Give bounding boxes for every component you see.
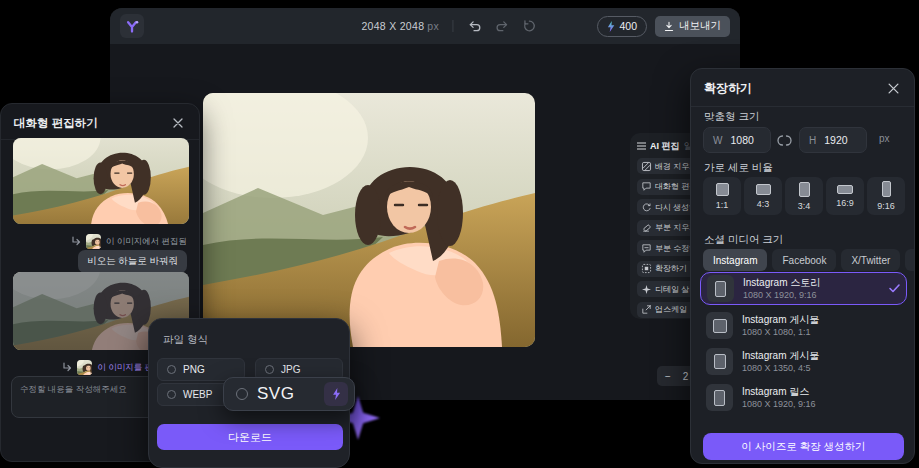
chat-panel-header: 대화형 편집하기 (1, 104, 199, 140)
chat-panel-title: 대화형 편집하기 (14, 116, 98, 131)
zoom-value: 2 (683, 371, 689, 382)
export-button[interactable]: 내보내기 (655, 16, 730, 37)
check-icon (889, 284, 900, 293)
eraser-icon (642, 223, 651, 232)
close-icon[interactable] (170, 115, 186, 131)
edit-bubble-icon (642, 244, 651, 253)
aspect-ratio-group: 1:1 4:3 3:4 16:9 9:16 (703, 177, 905, 215)
preset-instagram-post-1-1[interactable]: Instagram 게시물 1080 X 1080, 1:1 (700, 309, 907, 342)
ai-menu-title: AI 편집 (650, 140, 680, 153)
file-format-title: 파일 형식 (163, 333, 208, 347)
export-label: 내보내기 (679, 19, 721, 33)
preset-shape-tile (706, 384, 733, 411)
preset-shape-tile (706, 348, 733, 375)
svg-bolt-badge (324, 382, 348, 406)
square-shape-icon (713, 319, 727, 333)
expand-icon (642, 264, 651, 273)
preset-shape-tile (707, 275, 734, 302)
refresh-icon (642, 203, 651, 212)
ratio-4-3[interactable]: 4:3 (744, 177, 782, 215)
ratio-9-16[interactable]: 9:16 (867, 177, 905, 215)
canvas-size-group: 2048 X 2048px (361, 8, 538, 44)
credits-count: 400 (619, 20, 637, 32)
bolt-icon (332, 388, 341, 400)
app-root: 2048 X 2048px 400 내보내 (0, 0, 919, 468)
tab-tiktok[interactable]: Tik (905, 249, 915, 271)
preset-instagram-reels[interactable]: Instagram 릴스 1080 X 1920, 9:16 (700, 381, 907, 414)
redo-icon[interactable] (493, 17, 511, 35)
tall-shape-icon (714, 354, 726, 369)
social-tabs: Instagram Facebook X/Twitter Tik (703, 249, 913, 271)
story-shape-icon (714, 390, 725, 406)
zoom-out-button[interactable]: − (665, 371, 671, 382)
close-icon[interactable] (885, 81, 901, 97)
radio-icon (236, 388, 248, 400)
topbar-actions: 400 내보내기 (597, 16, 730, 37)
social-media-label: 소셜 미디어 크기 (704, 233, 783, 247)
custom-size-label: 맞춤형 크기 (704, 110, 759, 124)
wide-icon (837, 185, 853, 194)
ratio-16-9[interactable]: 16:9 (826, 177, 864, 215)
preset-shape-tile (706, 312, 733, 339)
chat-status-row: 이 이미지에서 편집됨 (72, 234, 187, 249)
undo-icon[interactable] (466, 17, 484, 35)
expand-panel-header: 확장하기 (691, 69, 914, 107)
format-option-svg[interactable]: SVG (223, 377, 355, 411)
tab-instagram[interactable]: Instagram (703, 249, 767, 271)
topbar-divider (452, 20, 453, 32)
width-input[interactable] (730, 134, 766, 146)
radio-icon (265, 365, 274, 374)
user-message-bubble: 비오는 하늘로 바꿔줘 (78, 250, 187, 273)
canvas-image[interactable] (203, 93, 535, 347)
radio-icon (167, 365, 176, 374)
portrait-icon (799, 182, 810, 197)
reply-arrow-icon (63, 363, 72, 372)
height-label: H (809, 135, 816, 146)
aspect-ratio-label: 가로 세로 비율 (704, 161, 773, 175)
ratio-3-4[interactable]: 3:4 (785, 177, 823, 215)
landscape-icon (756, 184, 771, 195)
avatar (86, 234, 101, 249)
width-label: W (713, 135, 722, 146)
expand-panel-title: 확장하기 (704, 80, 752, 97)
generate-expand-button[interactable]: 이 사이즈로 확장 생성하기 (703, 433, 904, 460)
chat-image-original[interactable] (13, 138, 189, 224)
preset-instagram-story[interactable]: Instagram 스토리 1080 X 1920, 9:16 (700, 272, 907, 305)
story-shape-icon (715, 281, 726, 297)
download-button[interactable]: 다운로드 (157, 424, 343, 450)
logo-icon (125, 19, 139, 34)
editor-topbar: 2048 X 2048px 400 내보내 (110, 8, 740, 44)
link-icon[interactable] (778, 135, 791, 146)
bolt-icon (607, 21, 615, 32)
background-icon (642, 162, 651, 171)
radio-icon (167, 390, 176, 399)
tab-facebook[interactable]: Facebook (772, 249, 836, 271)
unit-label: px (879, 133, 890, 144)
file-format-panel: 파일 형식 PNG JPG WEBP SVG 다운로드 (148, 318, 350, 468)
canvas-size: 2048 X 2048px (361, 20, 439, 32)
tall-icon (882, 181, 891, 197)
history-icon[interactable] (520, 17, 538, 35)
chat-bubble-icon (642, 182, 651, 191)
avatar (77, 360, 92, 375)
menu-icon[interactable] (637, 142, 646, 150)
height-input-group: H (799, 127, 867, 153)
square-icon (716, 183, 729, 196)
reply-arrow-icon (72, 237, 81, 246)
sparkle-icon (642, 285, 651, 294)
expand-panel: 확장하기 맞춤형 크기 W H px 가로 세로 비율 1:1 (690, 68, 915, 464)
app-logo[interactable] (120, 14, 144, 38)
download-icon (664, 21, 674, 32)
preset-instagram-post-4-5[interactable]: Instagram 게시물 1080 X 1350, 4:5 (700, 345, 907, 378)
tab-x-twitter[interactable]: X/Twitter (841, 249, 900, 271)
ratio-1-1[interactable]: 1:1 (703, 177, 741, 215)
width-input-group: W (703, 127, 771, 153)
upscale-icon (642, 305, 651, 314)
height-input[interactable] (824, 134, 860, 146)
credits-pill[interactable]: 400 (597, 16, 647, 37)
edited-from-label: 이 이미지에서 편집됨 (106, 236, 187, 248)
